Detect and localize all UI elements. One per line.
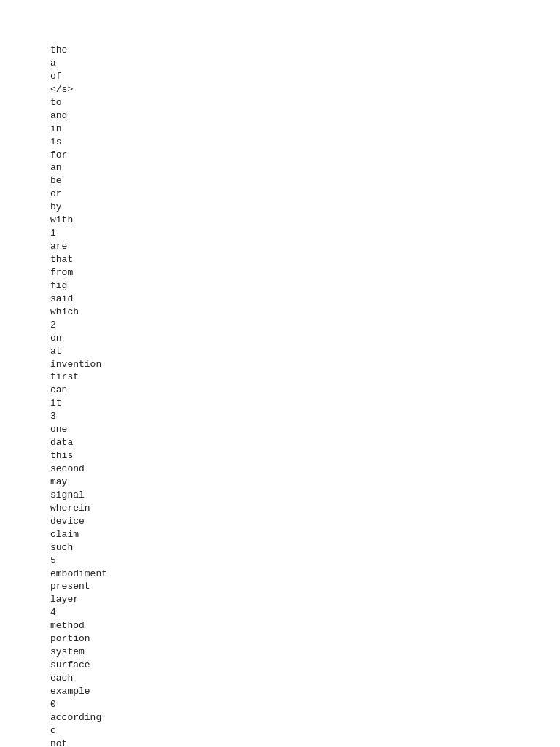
list-item: are (50, 240, 560, 253)
list-item: portion (50, 632, 560, 646)
list-item: according (50, 711, 560, 724)
list-item: one (50, 423, 560, 436)
list-item: is (50, 136, 560, 149)
list-item: which (50, 306, 560, 319)
list-item: 1 (50, 227, 560, 240)
list-item: c (50, 724, 560, 738)
list-item: second (50, 462, 560, 476)
list-item: from (50, 266, 560, 279)
list-item: can (50, 384, 560, 397)
list-item: of (50, 70, 560, 83)
list-item: system (50, 646, 560, 659)
list-item: that (50, 253, 560, 266)
list-item: invention (50, 358, 560, 371)
list-item: it (50, 397, 560, 410)
list-item: at (50, 345, 560, 358)
list-item: this (50, 449, 560, 462)
list-item: the (50, 44, 560, 57)
list-item: present (50, 580, 560, 593)
list-item: an (50, 161, 560, 174)
list-item: each (50, 672, 560, 685)
list-item: wherein (50, 502, 560, 515)
list-item: 5 (50, 554, 560, 568)
list-item: embodiment (50, 568, 560, 581)
list-item: or (50, 187, 560, 201)
word-list: theaof</s>toandinisforanbeorbywith1areth… (50, 44, 560, 747)
list-item: 3 (50, 410, 560, 423)
list-item: 0 (50, 698, 560, 711)
list-item: for (50, 149, 560, 162)
list-item: first (50, 371, 560, 384)
list-item: layer (50, 593, 560, 606)
list-item: be (50, 174, 560, 187)
list-item: to (50, 96, 560, 109)
list-item: claim (50, 528, 560, 541)
list-item: signal (50, 489, 560, 502)
list-item: in (50, 123, 560, 136)
list-item: may (50, 476, 560, 489)
list-item: on (50, 332, 560, 345)
list-item: fig (50, 279, 560, 293)
list-item: and (50, 109, 560, 123)
list-item: </s> (50, 83, 560, 96)
list-item: example (50, 685, 560, 698)
list-item: surface (50, 659, 560, 672)
list-item: a (50, 57, 560, 70)
list-item: by (50, 201, 560, 214)
list-item: device (50, 515, 560, 528)
list-item: said (50, 293, 560, 306)
list-item: with (50, 214, 560, 227)
list-item: data (50, 436, 560, 449)
list-item: method (50, 619, 560, 632)
list-item: not (50, 738, 560, 747)
list-item: 4 (50, 606, 560, 619)
list-item: such (50, 541, 560, 554)
list-item: 2 (50, 319, 560, 332)
